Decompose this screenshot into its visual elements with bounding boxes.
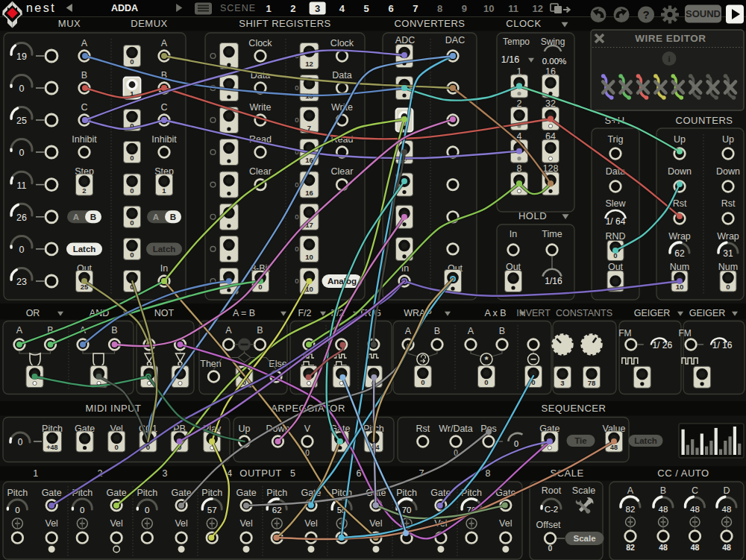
svg-text:62: 62 — [674, 248, 685, 259]
svg-text:0: 0 — [130, 57, 134, 66]
svg-text:Rst: Rst — [416, 424, 430, 434]
svg-text:MUX: MUX — [58, 18, 81, 29]
svg-text:C: C — [692, 485, 698, 496]
svg-text:B: B — [660, 485, 666, 496]
svg-text:A: A — [73, 213, 79, 221]
svg-text:ADC: ADC — [395, 35, 415, 45]
svg-text:Pitch: Pitch — [7, 488, 28, 498]
svg-text:0: 0 — [130, 251, 134, 259]
svg-text:5: 5 — [290, 468, 295, 479]
svg-text:1/16: 1/16 — [501, 54, 519, 65]
svg-text:SCENE: SCENE — [220, 3, 256, 13]
svg-text:NOT: NOT — [154, 308, 175, 318]
svg-text:1/ 26: 1/ 26 — [652, 340, 672, 350]
svg-text:SOUND: SOUND — [686, 8, 721, 19]
svg-text:23: 23 — [16, 277, 27, 287]
svg-text:Root: Root — [542, 485, 562, 496]
svg-text:B: B — [257, 325, 263, 336]
svg-text:Vel: Vel — [304, 518, 317, 529]
svg-text:CONVERTERS: CONVERTERS — [394, 18, 465, 29]
svg-text:3: 3 — [560, 379, 564, 387]
svg-text:0: 0 — [295, 213, 298, 221]
svg-text:1/ 16: 1/ 16 — [712, 340, 733, 350]
svg-text:19: 19 — [16, 51, 27, 62]
svg-text:A: A — [405, 326, 412, 336]
svg-text:78: 78 — [588, 379, 596, 387]
svg-text:Rst: Rst — [721, 198, 736, 209]
svg-text:3: 3 — [315, 3, 320, 14]
svg-text:0: 0 — [19, 148, 25, 158]
svg-text:1: 1 — [33, 468, 38, 479]
svg-text:1: 1 — [266, 3, 271, 14]
svg-text:Latch: Latch — [73, 245, 96, 254]
svg-text:0: 0 — [145, 506, 149, 515]
svg-text:Slew: Slew — [605, 198, 626, 209]
svg-text:0: 0 — [19, 84, 25, 94]
svg-text:11: 11 — [508, 3, 518, 14]
svg-text:Offset: Offset — [536, 520, 561, 530]
svg-text:HOLD: HOLD — [518, 210, 547, 221]
svg-text:RND: RND — [605, 231, 625, 242]
svg-text:4: 4 — [339, 3, 345, 14]
svg-text:Inhibit: Inhibit — [151, 134, 177, 145]
svg-text:2: 2 — [290, 3, 295, 14]
svg-text:SHIFT REGISTERS: SHIFT REGISTERS — [239, 18, 331, 29]
svg-text:WIRE EDITOR: WIRE EDITOR — [635, 33, 706, 44]
svg-text:Gate: Gate — [107, 488, 127, 498]
svg-text:B: B — [499, 326, 505, 336]
svg-text:Tie: Tie — [574, 436, 586, 445]
svg-text:CONSTANTS: CONSTANTS — [556, 308, 612, 318]
svg-text:82: 82 — [626, 505, 636, 514]
svg-text:Vel: Vel — [46, 518, 58, 529]
svg-text:7: 7 — [413, 3, 418, 14]
svg-text:48: 48 — [690, 505, 700, 514]
svg-text:0: 0 — [548, 544, 553, 553]
svg-text:Pitch: Pitch — [396, 488, 417, 498]
svg-text:C-2: C-2 — [545, 505, 559, 514]
svg-text:0: 0 — [484, 378, 488, 386]
svg-text:0: 0 — [115, 443, 119, 451]
svg-text:57: 57 — [207, 506, 217, 515]
svg-text:0: 0 — [18, 437, 23, 447]
svg-text:Vel: Vel — [110, 518, 122, 529]
svg-text:0: 0 — [15, 506, 19, 515]
svg-text:OR: OR — [26, 308, 40, 318]
svg-text:Latch: Latch — [634, 436, 657, 445]
svg-text:2: 2 — [82, 186, 86, 195]
svg-text:9: 9 — [462, 3, 467, 14]
svg-text:OUTPUT: OUTPUT — [239, 468, 281, 479]
svg-text:Wr/Data: Wr/Data — [439, 424, 473, 434]
svg-text:Pitch: Pitch — [201, 488, 222, 498]
svg-text:Vel: Vel — [175, 518, 187, 529]
svg-text:V: V — [304, 424, 311, 434]
svg-text:0.00%: 0.00% — [542, 57, 567, 66]
svg-text:+48: +48 — [46, 444, 57, 451]
svg-text:Write: Write — [250, 102, 272, 113]
svg-text:0: 0 — [130, 186, 134, 195]
svg-text:B: B — [90, 213, 96, 221]
svg-text:Vel: Vel — [239, 518, 252, 529]
svg-text:16: 16 — [305, 189, 313, 197]
svg-text:B: B — [111, 325, 117, 336]
svg-text:0: 0 — [19, 245, 25, 255]
svg-text:D: D — [723, 485, 730, 496]
svg-text:Tempo: Tempo — [503, 37, 530, 47]
svg-text:In: In — [510, 229, 517, 239]
svg-text:0: 0 — [421, 378, 424, 386]
svg-text:A: A — [627, 485, 634, 496]
svg-text:25: 25 — [16, 116, 27, 126]
svg-text:FM: FM — [678, 328, 691, 339]
svg-text:A: A — [225, 325, 232, 336]
svg-text:Pitch: Pitch — [137, 488, 157, 498]
svg-text:Wrap: Wrap — [668, 231, 691, 242]
svg-text:GEIGER: GEIGER — [689, 308, 726, 318]
svg-text:Trig: Trig — [607, 134, 623, 145]
svg-text:62: 62 — [272, 506, 282, 515]
svg-text:Up: Up — [239, 424, 251, 434]
svg-text:GEIGER: GEIGER — [634, 308, 671, 318]
svg-text:ADDA: ADDA — [111, 3, 138, 13]
svg-text:26: 26 — [16, 213, 27, 223]
svg-text:Clear: Clear — [249, 166, 272, 177]
svg-text:48: 48 — [691, 543, 700, 552]
svg-text:3: 3 — [163, 468, 168, 479]
